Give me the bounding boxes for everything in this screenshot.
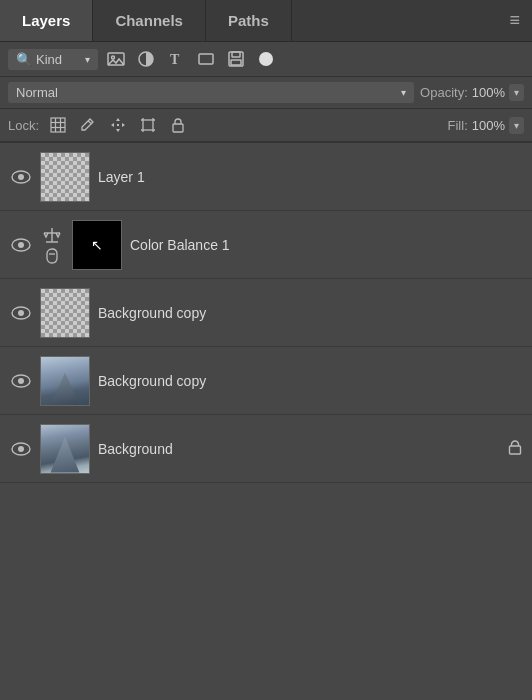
svg-point-8 bbox=[259, 52, 273, 66]
svg-marker-18 bbox=[122, 123, 125, 127]
opacity-dropdown-button[interactable]: ▾ bbox=[509, 84, 524, 101]
photoshop-layers-panel: Layers Channels Paths ≡ 🔍 Kind ▾ bbox=[0, 0, 532, 700]
tab-layers[interactable]: Layers bbox=[0, 0, 93, 41]
kind-label: Kind bbox=[36, 52, 62, 67]
svg-rect-6 bbox=[232, 52, 240, 57]
svg-point-31 bbox=[18, 174, 24, 180]
lock-row: Lock: bbox=[0, 109, 532, 143]
panel-menu-button[interactable]: ≡ bbox=[497, 0, 532, 41]
shape-filter-icon[interactable] bbox=[194, 48, 218, 70]
fill-dropdown-button[interactable]: ▾ bbox=[509, 117, 524, 134]
svg-marker-17 bbox=[111, 123, 114, 127]
layer-name: Color Balance 1 bbox=[130, 237, 522, 253]
layer-thumbnail bbox=[40, 356, 90, 406]
adjustment-icons bbox=[40, 225, 64, 265]
lock-artboard-icon[interactable] bbox=[137, 114, 159, 136]
lock-all-icon[interactable] bbox=[167, 114, 189, 136]
layer-item[interactable]: Background copy bbox=[0, 347, 532, 415]
visibility-toggle[interactable] bbox=[10, 166, 32, 188]
visibility-toggle[interactable] bbox=[10, 438, 32, 460]
svg-point-41 bbox=[18, 378, 24, 384]
lock-transparent-icon[interactable] bbox=[47, 114, 69, 136]
layer-name: Background copy bbox=[98, 373, 522, 389]
layer-item[interactable]: Layer 1 bbox=[0, 143, 532, 211]
adjustment-filter-icon[interactable] bbox=[134, 48, 158, 70]
svg-rect-7 bbox=[231, 60, 241, 65]
background-lock-icon bbox=[508, 439, 522, 459]
blend-mode-dropdown[interactable]: Normal ▾ bbox=[8, 82, 414, 103]
layer-item[interactable]: Background copy bbox=[0, 279, 532, 347]
layer-name: Background copy bbox=[98, 305, 522, 321]
layer-item[interactable]: Background bbox=[0, 415, 532, 483]
svg-marker-16 bbox=[116, 129, 120, 132]
layer-name: Layer 1 bbox=[98, 169, 522, 185]
svg-point-43 bbox=[18, 446, 24, 452]
svg-marker-15 bbox=[116, 118, 120, 121]
smartobject-filter-icon[interactable] bbox=[224, 48, 248, 70]
svg-rect-19 bbox=[117, 124, 119, 126]
opacity-label: Opacity: bbox=[420, 85, 468, 100]
svg-rect-29 bbox=[173, 124, 183, 132]
layer-thumbnail bbox=[40, 152, 90, 202]
svg-rect-44 bbox=[510, 446, 521, 454]
lock-position-icon[interactable] bbox=[107, 114, 129, 136]
tab-channels[interactable]: Channels bbox=[93, 0, 206, 41]
kind-filter-dropdown[interactable]: 🔍 Kind ▾ bbox=[8, 49, 98, 70]
lock-label: Lock: bbox=[8, 118, 39, 133]
svg-point-39 bbox=[18, 310, 24, 316]
type-filter-icon[interactable]: T bbox=[164, 48, 188, 70]
visibility-toggle[interactable] bbox=[10, 234, 32, 256]
layer-thumbnail bbox=[40, 424, 90, 474]
fill-label: Fill: bbox=[448, 118, 468, 133]
image-filter-icon[interactable] bbox=[104, 48, 128, 70]
svg-text:T: T bbox=[170, 52, 180, 67]
svg-rect-20 bbox=[143, 120, 153, 130]
svg-point-33 bbox=[18, 242, 24, 248]
opacity-group: Opacity: 100% ▾ bbox=[420, 84, 524, 101]
visibility-toggle[interactable] bbox=[10, 302, 32, 324]
search-icon: 🔍 bbox=[16, 52, 32, 67]
svg-point-1 bbox=[112, 56, 115, 59]
fill-value[interactable]: 100% bbox=[472, 118, 505, 133]
filter-bar: 🔍 Kind ▾ T bbox=[0, 42, 532, 77]
tab-paths[interactable]: Paths bbox=[206, 0, 292, 41]
visibility-toggle[interactable] bbox=[10, 370, 32, 392]
layers-list: Layer 1 bbox=[0, 143, 532, 700]
layer-name: Background bbox=[98, 441, 500, 457]
circle-filter-icon[interactable] bbox=[254, 48, 278, 70]
svg-rect-4 bbox=[199, 54, 213, 64]
opacity-value[interactable]: 100% bbox=[472, 85, 505, 100]
blend-opacity-row: Normal ▾ Opacity: 100% ▾ bbox=[0, 77, 532, 109]
blend-mode-label: Normal bbox=[16, 85, 58, 100]
layer-thumbnail bbox=[40, 288, 90, 338]
svg-rect-9 bbox=[51, 118, 65, 132]
lock-paint-icon[interactable] bbox=[77, 114, 99, 136]
cb-thumbnail: ↖ bbox=[73, 221, 121, 269]
tab-bar: Layers Channels Paths ≡ bbox=[0, 0, 532, 42]
kind-chevron: ▾ bbox=[85, 54, 90, 65]
blend-mode-chevron: ▾ bbox=[401, 87, 406, 98]
fill-group: Fill: 100% ▾ bbox=[448, 117, 524, 134]
svg-line-14 bbox=[88, 121, 92, 124]
layer-item[interactable]: ↖ Color Balance 1 bbox=[0, 211, 532, 279]
layer-thumbnail: ↖ bbox=[72, 220, 122, 270]
